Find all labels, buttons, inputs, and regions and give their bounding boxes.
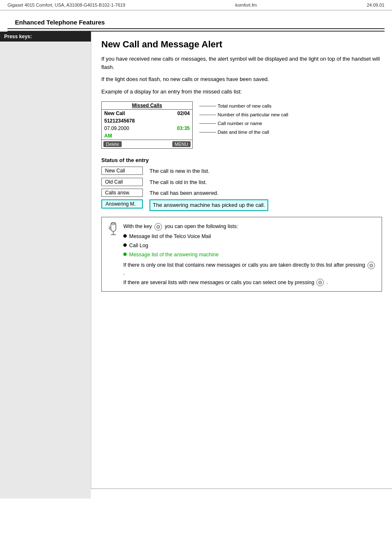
display-date: 07.09.2000 xyxy=(104,125,129,131)
annotation-text-3: Call number or name xyxy=(218,120,262,127)
svg-rect-1 xyxy=(112,223,115,225)
status-desc-old-call: The call is old in the list. xyxy=(149,178,207,186)
right-column: New Call and Message Alert If you have r… xyxy=(91,32,392,489)
header-right: 24.09.01 xyxy=(367,2,385,7)
annotation-3: Call number or name xyxy=(199,120,288,127)
bullet-text-2: Message list of the answering machine xyxy=(129,250,218,259)
press-keys-label: Press keys: xyxy=(4,34,32,39)
status-desc-new-call: The call is new in the list. xyxy=(149,167,210,175)
section-title: Enhanced Telephone Features xyxy=(7,15,385,29)
annotation-line-4 xyxy=(199,132,216,133)
display-am: AM xyxy=(104,133,112,139)
press-keys-header: Press keys: xyxy=(0,32,91,42)
annotation-line-1 xyxy=(199,106,216,106)
paragraph-2: If the light does not flash, no new call… xyxy=(101,75,382,83)
status-section: Status of the entry New Call The call is… xyxy=(101,157,382,211)
status-grid: New Call The call is new in the list. Ol… xyxy=(101,167,382,211)
status-label-new-call: New Call xyxy=(101,167,143,175)
display-annotations: Total number of new calls Number of this… xyxy=(199,103,288,135)
article-title: New Call and Message Alert xyxy=(101,39,382,50)
key-content: With the key ⊙ you can open the followin… xyxy=(123,222,376,286)
annotation-text-2: Number of this particular new call xyxy=(218,112,288,118)
key-symbol-2: ⊙ xyxy=(368,262,375,269)
paragraph-1: If you have received new calls or messag… xyxy=(101,55,382,71)
annotation-line-2 xyxy=(199,115,216,115)
annotation-2: Number of this particular new call xyxy=(199,112,288,118)
annotation-line-3 xyxy=(199,123,216,124)
display-time: 03:35 xyxy=(177,125,190,131)
header-center: komfort.fm xyxy=(235,2,257,7)
header-left: Gigaset 4015 Comfort, USA, A31008-G4015-… xyxy=(7,2,125,7)
annotation-text-4: Date and time of the call xyxy=(218,129,269,135)
status-row-1: Old Call The call is old in the list. xyxy=(101,178,382,186)
display-count: 02/04 xyxy=(177,110,190,116)
display-delete-btn[interactable]: Delete xyxy=(103,141,122,147)
status-desc-answering-m: The answering machine has picked up the … xyxy=(149,199,268,211)
key-note: With the key ⊙ you can open the followin… xyxy=(101,217,382,292)
display-row3: 07.09.2000 03:35 xyxy=(102,125,192,132)
key-para2: If there are several lists with new mess… xyxy=(123,279,376,287)
display-box: Missed Calls New Call 02/04 51212345678 … xyxy=(101,101,193,149)
status-row-2: Calls answ. The call has been answered. xyxy=(101,189,382,197)
key-symbol-3: ⊙ xyxy=(316,279,324,286)
status-label-old-call: Old Call xyxy=(101,178,143,186)
annotation-4: Date and time of the call xyxy=(199,129,288,135)
display-title: Missed Calls xyxy=(102,102,192,110)
display-row1: New Call 02/04 xyxy=(102,110,192,117)
display-row4: AM xyxy=(102,132,192,140)
header-bar: Gigaset 4015 Comfort, USA, A31008-G4015-… xyxy=(0,0,392,10)
svg-line-4 xyxy=(109,226,110,228)
paragraph-3: Example of a display for an entry from t… xyxy=(101,88,382,96)
display-btn-row: Delete MENU xyxy=(102,140,192,148)
display-menu-btn[interactable]: MENU xyxy=(172,141,191,147)
status-label-answering-m: Answering M. xyxy=(101,199,143,209)
left-column: Press keys: xyxy=(0,32,91,489)
key-symbol: ⊙ xyxy=(154,223,162,231)
bullet-item-0: Message list of the Telco Voice Mail xyxy=(123,232,376,241)
bullet-text-0: Message list of the Telco Voice Mail xyxy=(129,232,211,241)
bullet-dot-0 xyxy=(123,234,127,238)
key-handset-icon xyxy=(108,222,119,244)
key-para1: If there is only one list that contains … xyxy=(123,261,376,277)
status-title: Status of the entry xyxy=(101,157,382,163)
status-row-3: Answering M. The answering machine has p… xyxy=(101,199,382,211)
key-bullet-list: Message list of the Telco Voice Mail Cal… xyxy=(123,232,376,259)
key-intro-line: With the key ⊙ you can open the followin… xyxy=(123,222,376,231)
bullet-text-1: Call Log xyxy=(129,241,148,250)
status-row-0: New Call The call is new in the list. xyxy=(101,167,382,175)
bullet-item-2: Message list of the answering machine xyxy=(123,250,376,259)
key-intro2-text: you can open the following lists: xyxy=(165,223,238,229)
bullet-dot-1 xyxy=(123,243,127,247)
bullet-dot-2 xyxy=(123,253,127,256)
display-row2: 51212345678 xyxy=(102,117,192,125)
display-number: 51212345678 xyxy=(104,118,135,124)
annotation-text-1: Total number of new calls xyxy=(218,103,272,109)
main-layout: Press keys: New Call and Message Alert I… xyxy=(0,32,392,489)
bullet-item-1: Call Log xyxy=(123,241,376,250)
status-label-calls-answ: Calls answ. xyxy=(101,189,143,197)
display-example-wrapper: Missed Calls New Call 02/04 51212345678 … xyxy=(101,101,382,149)
display-new-call: New Call xyxy=(104,110,125,116)
annotation-1: Total number of new calls xyxy=(199,103,288,109)
key-intro-text: With the key xyxy=(123,223,152,229)
status-desc-calls-answ: The call has been answered. xyxy=(149,189,218,197)
svg-line-5 xyxy=(109,228,110,230)
